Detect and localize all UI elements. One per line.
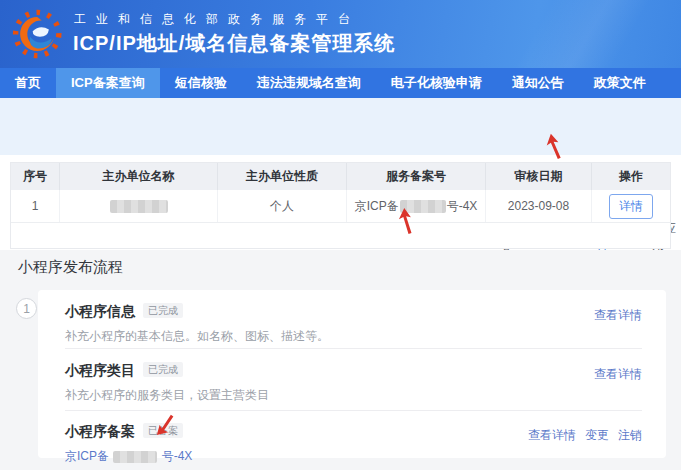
col-header-index: 序号 xyxy=(11,163,60,190)
cell-actions: 详情 xyxy=(592,190,670,222)
process-card: 小程序信息已完成 补充小程序的基本信息。如名称、图标、描述等。 查看详情 小程序… xyxy=(38,290,666,458)
col-header-sponsor-nature: 主办单位性质 xyxy=(218,163,347,190)
license-suffix: 号-4X xyxy=(447,198,478,215)
cancel-filing-link[interactable]: 注销 xyxy=(618,427,642,444)
status-badge: 已完成 xyxy=(143,362,183,377)
cell-index: 1 xyxy=(11,190,60,222)
miniprogram-process-section: 小程序发布流程 1 小程序信息已完成 补充小程序的基本信息。如名称、图标、描述等… xyxy=(0,250,681,470)
search-section: 搜索 网站 APP 小程序 快应用 xyxy=(0,98,681,155)
step-description: 补充小程序的服务类目，设置主营类目 xyxy=(65,387,642,404)
status-badge: 已完成 xyxy=(143,303,183,318)
header-banner: 工业和信息化部政务服务平台 ICP/IP地址/域名信息备案管理系统 xyxy=(0,0,681,68)
icp-filing-system-page: 工业和信息化部政务服务平台 ICP/IP地址/域名信息备案管理系统 首页 ICP… xyxy=(0,0,681,470)
view-details-link[interactable]: 查看详情 xyxy=(594,307,642,324)
step-miniprogram-category: 小程序类目已完成 补充小程序的服务类目，设置主营类目 查看详情 xyxy=(65,361,642,404)
license-prefix: 京ICP备 xyxy=(65,449,109,463)
view-details-link[interactable]: 查看详情 xyxy=(594,366,642,383)
redacted-sponsor-name xyxy=(110,200,168,213)
license-suffix: 号-4X xyxy=(162,449,193,463)
nav-item-illegal-domain-query[interactable]: 违法违规域名查询 xyxy=(242,68,376,98)
col-header-sponsor-name: 主办单位名称 xyxy=(60,163,218,190)
cell-sponsor-nature: 个人 xyxy=(218,190,347,222)
divider xyxy=(65,410,642,411)
nav-item-policy-docs[interactable]: 政策文件 xyxy=(579,68,661,98)
nav-item-icp-query[interactable]: ICP备案查询 xyxy=(56,68,160,98)
system-title: ICP/IP地址/域名信息备案管理系统 xyxy=(73,30,395,57)
process-section-title: 小程序发布流程 xyxy=(18,258,123,277)
change-link[interactable]: 变更 xyxy=(585,427,609,444)
miit-logo-icon xyxy=(12,7,66,61)
main-nav: 首页 ICP备案查询 短信核验 违法违规域名查询 电子化核验申请 通知公告 政策… xyxy=(0,68,681,98)
annotation-arrow-icon xyxy=(396,206,416,237)
col-header-actions: 操作 xyxy=(592,163,670,190)
table-row: 1 个人 京ICP备 号-4X 2023-09-08 详情 xyxy=(11,190,670,223)
step-title: 小程序类目 xyxy=(65,362,135,380)
col-header-review-date: 审核日期 xyxy=(486,163,592,190)
redacted-license-digits xyxy=(113,451,157,463)
platform-title: 工业和信息化部政务服务平台 xyxy=(74,11,360,28)
nav-item-e-verify-apply[interactable]: 电子化核验申请 xyxy=(376,68,497,98)
detail-button[interactable]: 详情 xyxy=(609,194,653,219)
step-title: 小程序信息 xyxy=(65,303,135,321)
cell-review-date: 2023-09-08 xyxy=(486,190,592,222)
divider xyxy=(65,348,642,349)
step-title: 小程序备案 xyxy=(65,423,135,441)
step-links: 查看详情 xyxy=(594,307,642,324)
cell-sponsor-name xyxy=(60,190,218,222)
step-number-badge: 1 xyxy=(16,298,37,319)
nav-item-home[interactable]: 首页 xyxy=(0,68,56,98)
step-miniprogram-info: 小程序信息已完成 补充小程序的基本信息。如名称、图标、描述等。 查看详情 xyxy=(65,302,642,345)
cell-license-number: 京ICP备 号-4X xyxy=(347,190,486,222)
step-links: 查看详情 变更 注销 xyxy=(528,427,642,444)
step-links: 查看详情 xyxy=(594,366,642,383)
col-header-license-number: 服务备案号 xyxy=(347,163,486,190)
table-header-row: 序号 主办单位名称 主办单位性质 服务备案号 审核日期 操作 xyxy=(11,163,670,190)
nav-item-notices[interactable]: 通知公告 xyxy=(497,68,579,98)
filing-license-link[interactable]: 京ICP备 号-4X xyxy=(65,448,642,465)
results-table: 序号 主办单位名称 主办单位性质 服务备案号 审核日期 操作 1 个人 京ICP… xyxy=(10,162,671,249)
step-description: 补充小程序的基本信息。如名称、图标、描述等。 xyxy=(65,328,642,345)
view-details-link[interactable]: 查看详情 xyxy=(528,427,576,444)
nav-item-sms-verify[interactable]: 短信核验 xyxy=(160,68,242,98)
license-prefix: 京ICP备 xyxy=(355,198,399,215)
